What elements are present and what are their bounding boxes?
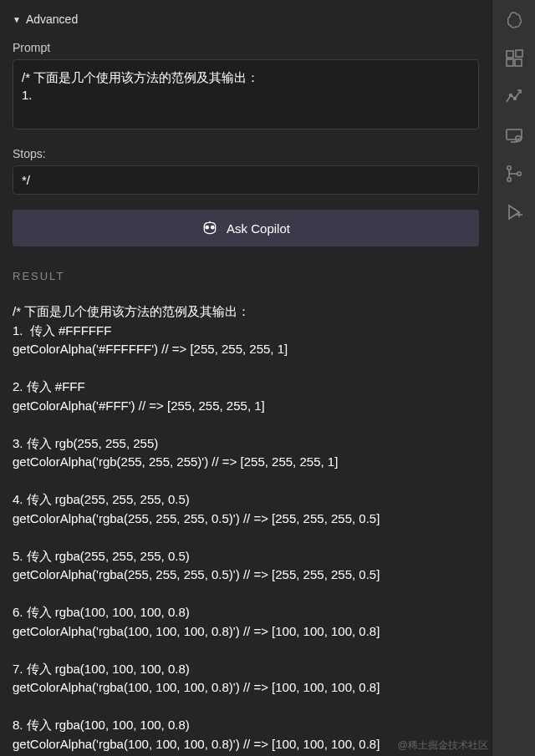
svg-point-7 — [513, 98, 516, 100]
ask-copilot-button[interactable]: Ask Copilot — [13, 210, 479, 246]
svg-rect-5 — [516, 50, 522, 57]
prompt-label: Prompt — [13, 41, 479, 54]
watermark: @稀土掘金技术社区 — [398, 738, 488, 753]
git-icon[interactable] — [502, 162, 526, 185]
debug-icon[interactable] — [502, 200, 526, 224]
svg-point-1 — [211, 226, 214, 229]
advanced-section-header[interactable]: ▼ Advanced — [13, 13, 479, 26]
stops-label: Stops: — [13, 147, 479, 160]
extensions-icon[interactable] — [502, 47, 526, 70]
stops-input[interactable] — [13, 165, 479, 195]
main-panel: ▼ Advanced Prompt Stops: Ask Copilot RES… — [0, 0, 492, 756]
chevron-down-icon: ▼ — [13, 15, 21, 24]
svg-rect-3 — [507, 59, 513, 66]
svg-point-6 — [509, 94, 512, 97]
copilot-icon — [201, 220, 218, 236]
ask-copilot-label: Ask Copilot — [227, 221, 290, 236]
activity-bar — [492, 0, 535, 756]
remote-icon[interactable] — [502, 124, 526, 147]
svg-point-10 — [507, 166, 510, 170]
svg-point-12 — [517, 172, 520, 175]
graph-icon[interactable] — [502, 85, 526, 109]
svg-point-0 — [206, 226, 208, 229]
prompt-textarea[interactable] — [13, 59, 479, 129]
result-heading: RESULT — [13, 270, 479, 282]
svg-rect-4 — [515, 59, 522, 66]
svg-point-11 — [507, 178, 510, 181]
openai-icon[interactable] — [502, 8, 526, 32]
svg-rect-2 — [507, 51, 513, 58]
result-body: /* 下面是几个使用该方法的范例及其输出： 1. 传入 #FFFFFF getC… — [13, 302, 479, 753]
advanced-title: Advanced — [26, 13, 78, 26]
